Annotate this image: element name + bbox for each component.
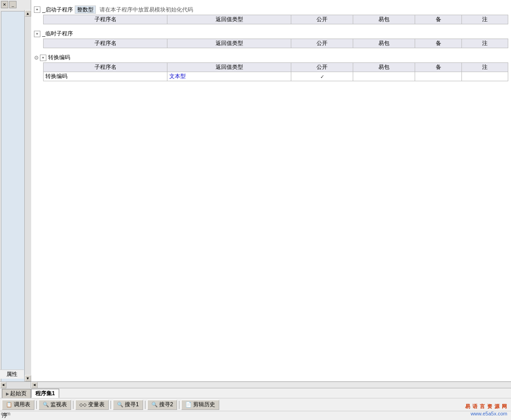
- tab-arrow-start: ▶: [6, 392, 9, 396]
- col-header-public2: 公开: [291, 39, 353, 48]
- wrench-icon: ⚙: [34, 55, 39, 61]
- sidebar-scroll-down[interactable]: ▼: [25, 375, 31, 381]
- separator3: [111, 401, 111, 409]
- table1: 子程序名 返回值类型 公开 易包 备 注: [43, 15, 508, 24]
- minimize-button[interactable]: _: [9, 1, 17, 8]
- section2-expand[interactable]: +: [34, 31, 40, 37]
- table-row: 转换编码 文本型 ✓: [44, 72, 508, 81]
- table3: 子程序名 返回值类型 公开 易包 备 注 转换编码 文本型: [43, 62, 508, 81]
- top-area: ✕ _ ◄ ▲ ▼ 属性: [0, 0, 511, 388]
- row3-col-public: ✓: [291, 72, 353, 81]
- bottom-toolbar: 📋 调用表 🔍 监视表 ◇◇ 变量表 🔍 搜寻1 🔍 搜寻2 📄 剪辑历史: [0, 398, 511, 411]
- bottom-tabs-container: ▶ 起始页 程序集1: [0, 388, 511, 398]
- col-header-type2: 返回值类型: [167, 39, 291, 48]
- property-label: 属性: [0, 370, 24, 379]
- section1-name: _启动子程序: [42, 6, 73, 14]
- section3: ⚙ + 转换编码 子程序名 返回值类型 公开: [32, 52, 510, 84]
- monitor-icon: 🔍: [43, 402, 49, 408]
- table3-head: 子程序名 返回值类型 公开 易包 备 注: [44, 63, 508, 72]
- row3-col-note: [461, 72, 508, 81]
- table1-header-row: 子程序名 返回值类型 公开 易包 备 注: [44, 15, 508, 24]
- col-header-note2: 注: [461, 39, 508, 48]
- col-header-easy1: 易包: [353, 15, 415, 24]
- col-header-public1: 公开: [291, 15, 353, 24]
- tab-start-label: 起始页: [10, 390, 27, 398]
- content-hscrollbar: ◄: [31, 381, 511, 388]
- section1-expand[interactable]: +: [34, 6, 40, 13]
- watermark-line1: 易 语 言 资 源 网: [465, 403, 507, 410]
- variable-table-btn[interactable]: ◇◇ 变量表: [75, 400, 109, 410]
- col-header-backup1: 备: [415, 15, 461, 24]
- section2: + _临时子程序 子程序名 返回值类型 公开 易包 备: [32, 28, 510, 51]
- tab-program-set1[interactable]: 程序集1: [31, 389, 59, 398]
- sidebar-vscroll-track: [25, 17, 31, 375]
- sidebar-scroll-up[interactable]: ▲: [25, 10, 31, 17]
- section2-header: + _临时子程序: [34, 29, 508, 39]
- sidebar-scroll-left[interactable]: ◄: [0, 382, 6, 388]
- col-header-note1: 注: [461, 15, 508, 24]
- separator5: [179, 401, 179, 409]
- row3-col-easy: [353, 72, 415, 81]
- sidebar-scroll-track: [6, 382, 31, 388]
- hscroll-left-btn[interactable]: ◄: [31, 382, 38, 388]
- table1-head: 子程序名 返回值类型 公开 易包 备 注: [44, 15, 508, 24]
- col-header-public3: 公开: [291, 63, 353, 72]
- tab-start-page[interactable]: ▶ 起始页: [2, 389, 31, 398]
- section3-expand[interactable]: +: [40, 55, 46, 61]
- row3-col-backup: [415, 72, 461, 81]
- separator4: [145, 401, 145, 409]
- search2-icon: 🔍: [151, 402, 158, 408]
- sidebar-vscrollbar: ▲ ▼: [24, 10, 31, 381]
- section3-name: 转换编码: [48, 54, 70, 62]
- table2: 子程序名 返回值类型 公开 易包 备 注: [43, 39, 508, 48]
- call-table-icon: 📋: [6, 402, 12, 408]
- watermark: 易 语 言 资 源 网 www.e5a5x.com: [465, 403, 507, 417]
- section3-header: ⚙ + 转换编码: [34, 53, 508, 62]
- search1-icon: 🔍: [117, 402, 123, 408]
- separator2: [73, 401, 73, 409]
- section1: + _启动子程序 整数型 请在本子程序中放置易模块初始化代码 子程序名: [32, 4, 510, 27]
- search2-btn[interactable]: 🔍 搜寻2: [147, 400, 178, 410]
- col-header-name2: 子程序名: [44, 39, 167, 48]
- row3-col-name: 转换编码: [44, 72, 167, 81]
- separator1: [36, 401, 37, 409]
- clip-icon: 📄: [185, 402, 192, 408]
- col-header-type3: 返回值类型: [167, 63, 291, 72]
- table3-header-row: 子程序名 返回值类型 公开 易包 备 注: [44, 63, 508, 72]
- col-header-name3: 子程序名: [44, 63, 167, 72]
- col-header-note3: 注: [461, 63, 508, 72]
- section2-name: _临时子程序: [42, 30, 73, 38]
- com-text: com: [1, 411, 11, 416]
- col-header-backup2: 备: [415, 39, 461, 48]
- call-table-btn[interactable]: 📋 调用表: [2, 400, 34, 410]
- table3-body: 转换编码 文本型 ✓: [44, 72, 508, 81]
- status-bar: 序: [0, 411, 511, 420]
- watermark-line2: www.e5a5x.com: [465, 410, 507, 417]
- clip-history-btn[interactable]: 📄 剪辑历史: [181, 400, 219, 410]
- col-header-easy3: 易包: [353, 63, 415, 72]
- col-header-backup3: 备: [415, 63, 461, 72]
- sidebar: ✕ _ ◄ ▲ ▼ 属性: [0, 0, 31, 388]
- table2-head: 子程序名 返回值类型 公开 易包 备 注: [44, 39, 508, 48]
- col-header-type1: 返回值类型: [167, 15, 291, 24]
- sidebar-hscrollbar: ◄: [0, 381, 31, 388]
- section1-comment: 请在本子程序中放置易模块初始化代码: [100, 6, 193, 14]
- section1-header: + _启动子程序 整数型 请在本子程序中放置易模块初始化代码: [34, 5, 508, 15]
- hscroll-track: [38, 382, 511, 388]
- monitor-table-btn[interactable]: 🔍 监视表: [39, 400, 71, 410]
- section1-type: 整数型: [75, 6, 96, 14]
- variable-icon: ◇◇: [79, 402, 87, 407]
- search1-btn[interactable]: 🔍 搜寻1: [113, 400, 143, 410]
- col-header-easy2: 易包: [353, 39, 415, 48]
- tab-program-label: 程序集1: [35, 390, 55, 398]
- col-header-name1: 子程序名: [44, 15, 167, 24]
- table2-header-row: 子程序名 返回值类型 公开 易包 备 注: [44, 39, 508, 48]
- main-container: ✕ _ ◄ ▲ ▼ 属性: [0, 0, 511, 420]
- content-area: + _启动子程序 整数型 请在本子程序中放置易模块初始化代码 子程序名: [31, 0, 511, 388]
- close-button[interactable]: ✕: [1, 1, 8, 8]
- content-scroll-area: + _启动子程序 整数型 请在本子程序中放置易模块初始化代码 子程序名: [31, 0, 511, 381]
- row3-col-type: 文本型: [167, 72, 291, 81]
